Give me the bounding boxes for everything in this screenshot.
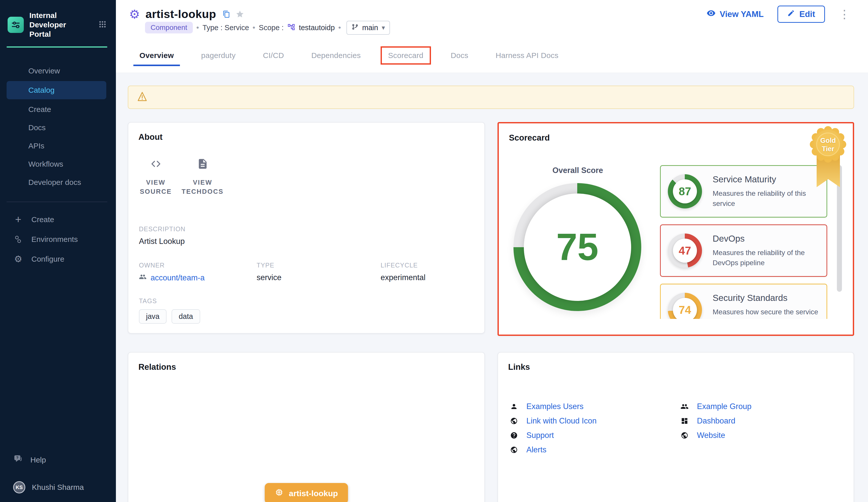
tags-label: TAGS (139, 297, 474, 305)
link-examples-users[interactable]: Examples Users (510, 399, 680, 414)
scorecard-checks-list: 87 Service Maturity Measures the reliabi… (660, 165, 827, 319)
check-name: DevOps (713, 233, 819, 244)
sidebar-environments-button[interactable]: Environments (0, 230, 116, 249)
link-label: Alerts (526, 445, 546, 454)
dot-separator: • (196, 23, 199, 32)
branch-selector[interactable]: main ▾ (347, 21, 390, 35)
circuit-icon (11, 20, 21, 30)
sidebar-item-workflows[interactable]: Workflows (0, 155, 116, 173)
check-card-service-maturity[interactable]: 87 Service Maturity Measures the reliabi… (660, 165, 827, 218)
tag-chip[interactable]: data (172, 309, 200, 324)
link-website[interactable]: Website (680, 428, 751, 442)
score-value: 47 (679, 244, 691, 257)
edit-button[interactable]: Edit (777, 6, 825, 23)
relations-title: Relations (128, 353, 484, 372)
tag-chip[interactable]: java (139, 309, 166, 324)
overview-content: About VIEW SOURCE VI (116, 73, 868, 502)
view-techdocs-label: VIEW TECHDOCS (179, 178, 226, 196)
type-field-value: service (257, 273, 381, 282)
gold-tier-label: Gold Tier (819, 137, 837, 153)
link-dashboard[interactable]: Dashboard (680, 414, 751, 428)
sidebar-configure-button[interactable]: ⚙ Configure (0, 249, 116, 269)
tab-label: Harness API Docs (496, 51, 558, 60)
link-label: Dashboard (697, 416, 735, 425)
entity-tabs: Overview pagerduty CI/CD Dependencies Sc… (116, 38, 868, 73)
globe-icon (680, 432, 689, 439)
sidebar-item-docs[interactable]: Docs (0, 119, 116, 137)
branch-name: main (362, 23, 378, 32)
relations-node-artist-lookup[interactable]: artist-lookup (265, 483, 348, 502)
hexagons-icon (13, 235, 23, 244)
description-label: DESCRIPTION (139, 225, 474, 233)
scorecard-title: Scorecard (499, 123, 853, 143)
check-description: Measures how secure the service is (713, 307, 819, 319)
link-support[interactable]: Support (510, 428, 680, 442)
score-ring: 87 (668, 174, 702, 209)
copy-icon[interactable] (223, 10, 230, 18)
more-options-icon[interactable]: ⋮ (839, 8, 850, 20)
link-example-group[interactable]: Example Group (680, 399, 751, 414)
sidebar-item-label: Environments (31, 235, 78, 244)
overall-score-label: Overall Score (514, 166, 642, 175)
sidebar-item-label: APIs (28, 142, 44, 150)
sidebar-item-label: Developer docs (28, 178, 81, 187)
entity-meta-row: Component • Type : Service • Scope : tes… (145, 21, 390, 34)
brand-title: Internal Developer Portal (29, 11, 88, 39)
link-alerts[interactable]: Alerts (510, 442, 680, 457)
user-name: Khushi Sharma (32, 483, 84, 492)
page-title: artist-lookup (145, 8, 216, 21)
tab-overview[interactable]: Overview (140, 38, 174, 73)
sidebar-item-label: Catalog (28, 86, 54, 94)
idp-logo (8, 17, 24, 33)
owner-link[interactable]: account/team-a (139, 273, 257, 283)
tab-scorecard[interactable]: Scorecard (388, 38, 423, 73)
brand-header: Internal Developer Portal (0, 0, 116, 39)
sidebar-item-label: Workflows (28, 160, 63, 169)
globe-icon (510, 417, 518, 425)
lifecycle-value: experimental (381, 273, 474, 282)
gold-tier-badge: Gold Tier (809, 126, 847, 189)
sidebar-item-create[interactable]: Create (0, 100, 116, 119)
sidebar-item-overview[interactable]: Overview (0, 62, 116, 80)
branch-icon (351, 23, 359, 32)
code-icon (132, 155, 179, 172)
view-yaml-button[interactable]: View YAML (706, 9, 764, 20)
favorite-star-icon[interactable] (235, 10, 245, 19)
lifecycle-label: LIFECYCLE (381, 262, 474, 269)
app-grid-icon[interactable] (98, 20, 107, 30)
relations-node-label: artist-lookup (289, 489, 338, 498)
avatar: KS (13, 481, 25, 493)
sidebar-item-catalog[interactable]: Catalog (7, 81, 106, 99)
scorecard-card: Scorecard (497, 122, 854, 336)
view-source-button[interactable]: VIEW SOURCE (132, 155, 179, 196)
sidebar-item-apis[interactable]: APIs (0, 137, 116, 155)
app-window: Internal Developer Portal Overview Catal… (0, 0, 868, 502)
check-description: Measures the reliability of the DevOps p… (713, 248, 819, 268)
tab-cicd[interactable]: CI/CD (263, 38, 284, 73)
view-source-label: VIEW SOURCE (132, 178, 179, 196)
dashboard-icon (680, 417, 689, 425)
sidebar-item-label: Create (31, 215, 54, 224)
tab-docs[interactable]: Docs (451, 38, 468, 73)
check-name: Security Standards (713, 293, 819, 303)
sidebar-create-button[interactable]: + Create (0, 210, 116, 230)
person-icon (510, 403, 518, 410)
tab-harness-api-docs[interactable]: Harness API Docs (496, 38, 558, 73)
tab-pagerduty[interactable]: pagerduty (201, 38, 236, 73)
check-card-security-standards[interactable]: 74 Security Standards Measures how secur… (660, 284, 827, 319)
check-description: Measures the reliability of this service (713, 189, 819, 209)
view-techdocs-button[interactable]: VIEW TECHDOCS (179, 155, 226, 196)
user-menu[interactable]: KS Khushi Sharma (13, 481, 116, 493)
about-title: About (128, 123, 484, 142)
component-gear-icon: ⚙ (129, 7, 140, 21)
help-button[interactable]: ? Help (13, 454, 116, 465)
overall-score-value: 75 (556, 225, 599, 269)
check-card-devops[interactable]: 47 DevOps Measures the reliability of th… (660, 224, 827, 277)
type-field-label: TYPE (257, 262, 381, 269)
sidebar-item-developer-docs[interactable]: Developer docs (0, 173, 116, 191)
description-value: Artist Lookup (139, 237, 474, 246)
about-fields: DESCRIPTION Artist Lookup OWNER account/… (128, 225, 484, 324)
tab-dependencies[interactable]: Dependencies (311, 38, 361, 73)
link-with-cloud-icon[interactable]: Link with Cloud Icon (510, 414, 680, 428)
sidebar: Internal Developer Portal Overview Catal… (0, 0, 116, 502)
